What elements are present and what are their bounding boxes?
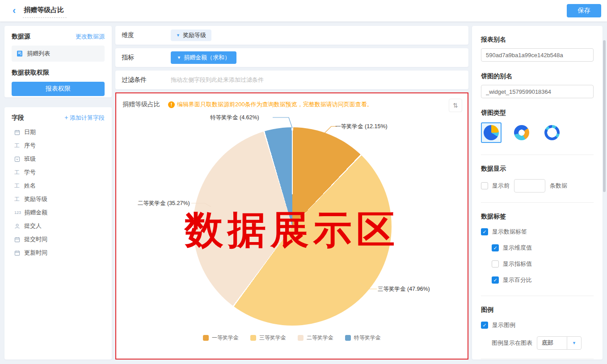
- field-label: 日期: [24, 128, 36, 136]
- show-percent-row: ✓ 显示百分比: [492, 276, 594, 284]
- pie-alias-input[interactable]: [481, 85, 594, 98]
- field-item-student-id[interactable]: 工 学号: [12, 166, 105, 179]
- data-display-title: 数据显示: [481, 165, 594, 173]
- plus-icon: +: [64, 114, 68, 121]
- divider: [481, 202, 594, 203]
- metric-tag[interactable]: ▼捐赠金额（求和）: [171, 51, 236, 64]
- field-item-submit-time[interactable]: 提交时间: [12, 233, 105, 246]
- show-first-label: 显示前: [492, 182, 510, 190]
- pie-type-options: [481, 122, 594, 143]
- filter-row[interactable]: 过滤条件 拖动左侧字段到此处来添加过滤条件: [115, 71, 468, 89]
- dimension-tag[interactable]: ▼奖励等级: [171, 29, 211, 41]
- pie-label-first: 一等奖学金 (12.15%): [335, 123, 388, 130]
- show-percent-checkbox[interactable]: ✓: [492, 276, 499, 284]
- show-dimension-checkbox[interactable]: ✓: [492, 244, 499, 251]
- top-bar: ‹ 捐赠等级占比 保存: [0, 0, 607, 21]
- rose-pie-icon: [514, 125, 529, 140]
- metric-label: 指标: [122, 54, 171, 62]
- datasource-panel: 数据源 更改数据源 捐赠列表 数据获取权限 报表权限: [4, 26, 112, 97]
- legend-position-dropdown[interactable]: 底部 ▼: [537, 336, 582, 350]
- fields-panel: 字段 + 添加计算字段 日期 工 序号 班级 工 学号 工 姓名: [4, 107, 112, 360]
- field-item-date[interactable]: 日期: [12, 126, 105, 139]
- back-icon[interactable]: ‹: [13, 6, 16, 16]
- show-metric-row: 显示指标值: [492, 260, 594, 268]
- show-metric-text: 显示指标值: [503, 260, 532, 268]
- scrollbar-thumb[interactable]: [603, 40, 606, 192]
- select-field-icon: [14, 156, 24, 162]
- show-first-checkbox[interactable]: [481, 182, 488, 189]
- show-percent-text: 显示百分比: [503, 276, 532, 284]
- report-alias-input[interactable]: [481, 48, 594, 62]
- pie-label-special: 特等奖学金 (4.62%): [210, 114, 259, 121]
- legend-item[interactable]: 特等奖学金: [345, 334, 381, 342]
- calendar-icon: [14, 130, 24, 135]
- text-field-icon: 工: [14, 169, 24, 176]
- report-permission-button[interactable]: 报表权限: [12, 82, 105, 96]
- show-metric-checkbox[interactable]: [492, 260, 499, 268]
- show-data-label-text: 显示数据标签: [492, 228, 527, 236]
- sheet-icon: [16, 50, 23, 57]
- field-label: 更新时间: [24, 249, 47, 257]
- field-item-donation-amount[interactable]: 123 捐赠金额: [12, 206, 105, 219]
- legend-swatch: [203, 335, 209, 341]
- legend-item[interactable]: 二等奖学金: [298, 334, 333, 342]
- page: ‹ 捐赠等级占比 保存 数据源 更改数据源 捐赠列表 数据获取权限 报表权限 字…: [0, 0, 607, 364]
- field-label: 奖励等级: [24, 195, 47, 203]
- pie-type-rose-option[interactable]: [511, 122, 532, 143]
- legend-swatch: [345, 335, 351, 341]
- field-item-serial[interactable]: 工 序号: [12, 139, 105, 152]
- text-field-icon: 工: [14, 182, 24, 190]
- field-item-submitter[interactable]: 提交人: [12, 219, 105, 233]
- row-count-input[interactable]: [514, 179, 545, 192]
- field-label: 捐赠金额: [24, 209, 47, 217]
- user-icon: [14, 223, 24, 229]
- show-legend-text: 显示图例: [492, 321, 515, 329]
- show-data-label-row: ✓ 显示数据标签: [481, 228, 594, 236]
- pie-type-donut-option[interactable]: [542, 122, 562, 143]
- field-item-class[interactable]: 班级: [12, 152, 105, 166]
- datasource-title: 数据源: [12, 33, 30, 41]
- datasource-item[interactable]: 捐赠列表: [12, 46, 105, 62]
- caret-down-icon: ▼: [176, 33, 180, 38]
- legend-swatch: [250, 335, 256, 341]
- sort-button[interactable]: ⇅: [449, 99, 462, 112]
- divider: [481, 296, 594, 296]
- legend-swatch: [298, 335, 304, 341]
- rows-suffix-label: 条数据: [550, 182, 567, 190]
- fields-title: 字段: [12, 114, 24, 122]
- divider: [481, 359, 594, 359]
- classic-pie-icon: [484, 125, 499, 140]
- legend-position-label: 图例显示在图表: [492, 339, 532, 347]
- fields-list: 日期 工 序号 班级 工 学号 工 姓名 工 奖励等级: [12, 126, 105, 259]
- show-dimension-text: 显示维度值: [503, 244, 532, 252]
- change-datasource-link[interactable]: 更改数据源: [76, 33, 105, 41]
- pie-type-classic-option[interactable]: [481, 122, 502, 143]
- show-first-row: 显示前 条数据: [481, 179, 594, 192]
- legend-item[interactable]: 一等奖学金: [203, 334, 239, 342]
- datasource-name: 捐赠列表: [27, 50, 50, 58]
- show-data-label-checkbox[interactable]: ✓: [481, 228, 488, 235]
- field-item-update-time[interactable]: 更新时间: [12, 246, 105, 259]
- field-label: 班级: [24, 155, 36, 163]
- data-label-title: 数据标签: [481, 213, 594, 221]
- text-field-icon: 工: [14, 196, 24, 203]
- show-legend-checkbox[interactable]: ✓: [481, 322, 488, 329]
- field-item-name[interactable]: 工 姓名: [12, 179, 105, 192]
- field-item-award-level[interactable]: 工 奖励等级: [12, 192, 105, 206]
- field-label: 姓名: [24, 182, 36, 190]
- chart-preview-area: 捐赠等级占比 ! 编辑界面只取数据源前200条作为查询数据预览，完整数据请访问页…: [115, 92, 468, 360]
- report-alias-label: 报表别名: [481, 36, 594, 44]
- page-title[interactable]: 捐赠等级占比: [23, 4, 67, 18]
- add-calc-field-link[interactable]: + 添加计算字段: [64, 114, 105, 122]
- dimension-row: 维度 ▼奖励等级: [115, 26, 468, 45]
- caret-down-icon: ▼: [177, 55, 181, 60]
- calendar-icon: [14, 237, 24, 243]
- pie-label-second: 二等奖学金 (35.27%): [138, 200, 190, 207]
- legend-item[interactable]: 三等奖学金: [250, 334, 286, 342]
- warning-icon: !: [168, 101, 175, 108]
- chart-title: 捐赠等级占比: [122, 100, 160, 109]
- show-dimension-row: ✓ 显示维度值: [492, 244, 594, 252]
- field-label: 提交人: [24, 222, 42, 230]
- save-button[interactable]: 保存: [567, 4, 601, 17]
- number-field-icon: 123: [14, 210, 24, 215]
